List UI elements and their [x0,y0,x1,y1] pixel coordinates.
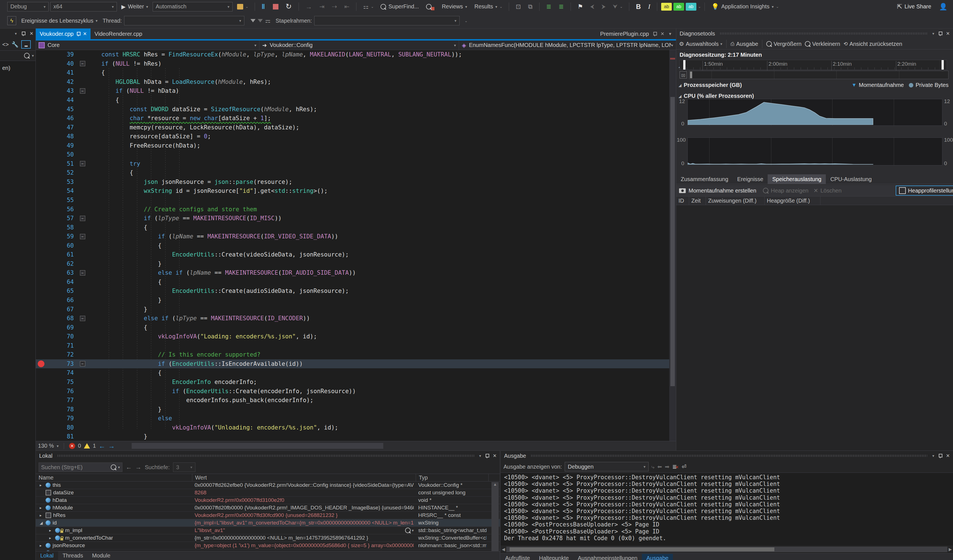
code-line-57[interactable]: 57− if (lpType == MAKEINTRESOURCE(ID_MIS… [36,214,669,223]
code-line-69[interactable]: 69 { [36,323,669,332]
window-position-icon[interactable]: ▾ [932,453,934,458]
events-view-icon[interactable]: ▂ [21,40,31,49]
code-line-52[interactable]: 52 { [36,168,669,177]
overflow-chevron-icon[interactable]: ⌄ [620,5,622,9]
pin-icon[interactable] [485,453,489,458]
breakpoint-margin[interactable] [36,141,47,150]
diag-tab-Zusammenfassung[interactable]: Zusammenfassung [676,174,733,184]
output-content[interactable]: <10500> <dvanet> <5> ProxyProcessor::Des… [501,473,953,546]
code-line-78[interactable]: 78 } [36,405,669,414]
cpu-chart[interactable] [688,138,942,166]
pin-icon[interactable] [938,453,942,458]
locals-value-cell[interactable]: {m_impl=L"libsvt_av1" m_convertedToChar=… [192,519,416,526]
expand-icon[interactable]: ▸ [49,536,53,540]
pin-icon[interactable] [21,31,25,36]
search-depth-combo[interactable]: 3▾ [173,462,196,472]
indent-increase-button[interactable]: ≣ [556,1,567,12]
locals-col-Name[interactable]: Name [36,474,192,481]
code-line-68[interactable]: 68− else if (lpType == MAKEINTRESOURCE(I… [36,314,669,323]
results-menu[interactable]: Results▾⌄ [472,1,505,12]
code-line-48[interactable]: 48 resource[dataSize] = 0; [36,132,669,141]
output-horizontal-scrollbar[interactable] [506,547,948,552]
search-prev-icon[interactable]: ← [126,464,132,471]
overflow-chevron-icon[interactable]: ⌄ [500,5,502,9]
code-line-46[interactable]: 46 char *resource = new char[dataSize + … [36,114,669,123]
overflow-chevron-icon[interactable]: ⌄ [776,5,778,9]
user-avatar-icon[interactable]: 👤 [939,3,947,11]
heap-col-Zeit[interactable]: Zeit [689,197,706,205]
scrollbar-thumb[interactable] [510,548,775,551]
search-next-icon[interactable]: → [135,464,141,471]
close-icon[interactable]: × [29,31,33,37]
code-line-75[interactable]: 75 EncoderInfo encoderInfo; [36,377,669,387]
wrench-icon[interactable]: 🔧 [11,41,19,48]
breakpoint-margin[interactable] [36,96,47,105]
breakpoint-margin[interactable] [36,132,47,141]
error-count-icon[interactable]: ✕ [69,443,75,449]
locals-value-cell[interactable]: {m_type=object (1 '\x1') m_value={object… [192,542,416,549]
collapse-box-icon[interactable]: − [80,61,85,66]
code-line-81[interactable]: 81 } [36,432,669,441]
code-line-56[interactable]: 56 // Create configs and store them [36,205,669,214]
fold-margin[interactable]: − [78,61,87,66]
tab-Voukoder.cpp[interactable]: Voukoder.cpp× [36,28,91,39]
output-tab-Ausnahmeeinstellungen[interactable]: Ausnahmeeinstellungen [573,554,642,560]
horizontal-scrollbar[interactable] [121,441,676,450]
code-line-80[interactable]: 80 vkLogInfoVA("Unloading: encoders/%s.j… [36,423,669,432]
breakpoint-margin[interactable] [36,159,47,169]
locals-value-cell[interactable]: L"libsvt_av1"▾ [192,527,416,534]
document-list-icon[interactable]: ▼ [668,32,672,36]
breakpoint-margin[interactable] [36,150,47,159]
breakpoint-margin[interactable] [36,278,47,287]
range-handle-right[interactable] [942,60,944,70]
highlight-green-button[interactable]: ab [674,3,684,11]
code-line-44[interactable]: 44 { [36,96,669,105]
events-track[interactable] [689,71,948,79]
show-next-statement-button[interactable]: → [303,1,315,12]
breakpoint-margin[interactable] [36,50,47,59]
zoom-in-button[interactable]: Vergrößern [773,41,801,47]
pin-icon[interactable] [938,31,942,36]
breakpoint-icon[interactable] [38,360,45,367]
hscroll-right-arrow[interactable]: ▶ [947,547,953,552]
expand-icon[interactable]: ▸ [40,506,43,510]
step-out-button[interactable]: ⇤ [341,1,352,12]
collapse-box-icon[interactable]: − [80,361,85,366]
locals-tab-Threads[interactable]: Threads [58,551,87,560]
breakpoint-margin[interactable] [36,405,47,414]
fold-margin[interactable]: − [78,270,87,276]
locals-row-dataSize[interactable]: dataSize8268const unsigned long [36,489,500,496]
fold-margin[interactable]: − [78,316,87,321]
locals-row-hModule[interactable]: ▸hModule0x00007ffd20fb0000 {VoukoderR2.p… [36,504,500,512]
heap-profiling-button[interactable]: Heapprofilerstellung [896,186,953,195]
expand-icon[interactable]: ▸ [49,528,53,533]
breadcrumb-project[interactable]: Core ▾ [36,40,259,50]
reviews-menu[interactable]: Reviews▾ [439,1,470,12]
fold-margin[interactable]: − [78,234,87,239]
heap-col-ID[interactable]: ID [676,197,689,205]
code-line-61[interactable]: 61 EncoderUtils::Create(videoSideData, j… [36,250,669,259]
code-line-58[interactable]: 58 { [36,223,669,232]
breakpoint-margin[interactable] [36,241,47,250]
breakpoint-margin[interactable] [36,114,47,123]
platform-combo[interactable]: x64▾ [50,2,117,11]
breakpoint-margin[interactable] [36,286,47,296]
code-line-67[interactable]: 67 } [36,305,669,314]
window-position-icon[interactable]: ▾ [932,31,934,36]
take-snapshot-button[interactable]: Momentaufnahme erstellen [689,188,756,194]
diagnostics-titlebar[interactable]: Diagnosetools ▾× [676,28,953,39]
breakpoint-margin[interactable] [36,296,47,305]
overflow-chevron-icon[interactable]: ⌄ [698,5,700,9]
configuration-combo[interactable]: Debug▾ [7,2,49,11]
code-line-76[interactable]: 76 if (EncoderUtils::Create(encoderInfo,… [36,386,669,396]
code-map-button[interactable]: ⚏⌄ [360,1,376,12]
clear-bookmarks-button[interactable]: ⮟⌄ [610,1,625,12]
locals-vertical-scrollbar[interactable]: ▲ ▼ [492,482,499,555]
thread-combo[interactable]: ▾ [124,16,244,25]
italic-button[interactable]: I [645,1,653,12]
heap-col-Zuweisungen (Diff.)[interactable]: Zuweisungen (Diff.) [706,197,765,205]
breakpoint-margin[interactable] [36,268,47,278]
expand-icon[interactable]: ◢ [40,521,43,525]
breakpoint-margin[interactable] [36,59,47,68]
locals-row-hData[interactable]: hDataVoukoderR2.prm!0x00007ffd3100e2f0vo… [36,496,500,504]
